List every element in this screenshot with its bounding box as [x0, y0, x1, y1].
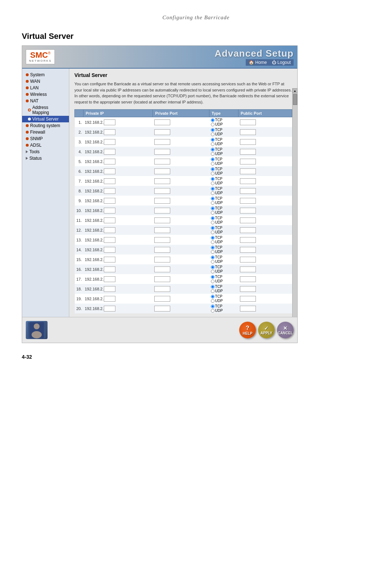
cancel-button[interactable]: ✕ CANCEL	[277, 322, 294, 338]
private-port-input-2[interactable]	[154, 129, 170, 135]
public-port-input-11[interactable]	[240, 217, 256, 223]
tcp-radio-6[interactable]	[211, 167, 215, 171]
tcp-label-4[interactable]: TCP	[211, 147, 237, 151]
udp-label-7[interactable]: UDP	[211, 181, 237, 185]
tcp-radio-13[interactable]	[211, 236, 215, 240]
ip-input-6[interactable]	[104, 168, 115, 174]
ip-input-9[interactable]	[104, 198, 115, 204]
udp-radio-17[interactable]	[211, 280, 215, 283]
udp-label-20[interactable]: UDP	[211, 309, 237, 313]
private-port-input-9[interactable]	[154, 198, 170, 204]
scrollbar[interactable]: ▲	[292, 88, 297, 317]
udp-radio-4[interactable]	[211, 152, 215, 156]
public-port-input-6[interactable]	[240, 168, 256, 174]
udp-radio-3[interactable]	[211, 142, 215, 146]
sidebar-item-status[interactable]: Status	[22, 155, 69, 162]
private-port-input-3[interactable]	[154, 139, 170, 145]
tcp-radio-19[interactable]	[211, 295, 215, 298]
tcp-label-2[interactable]: TCP	[211, 128, 237, 132]
ip-input-7[interactable]	[104, 178, 115, 184]
ip-input-20[interactable]	[104, 306, 115, 312]
logout-link[interactable]: ⏻ Logout	[272, 60, 291, 65]
private-port-input-17[interactable]	[154, 276, 170, 282]
udp-radio-15[interactable]	[211, 260, 215, 264]
tcp-radio-9[interactable]	[211, 197, 215, 200]
sidebar-item-firewall[interactable]: Firewall	[22, 129, 69, 135]
private-port-input-14[interactable]	[154, 247, 170, 253]
private-port-input-4[interactable]	[154, 149, 170, 155]
tcp-radio-17[interactable]	[211, 275, 215, 279]
ip-input-18[interactable]	[104, 286, 115, 292]
scroll-up[interactable]: ▲	[293, 88, 298, 93]
udp-label-14[interactable]: UDP	[211, 250, 237, 254]
public-port-input-12[interactable]	[240, 227, 256, 233]
private-port-input-8[interactable]	[154, 188, 170, 194]
public-port-input-19[interactable]	[240, 296, 256, 302]
tcp-label-6[interactable]: TCP	[211, 167, 237, 171]
public-port-input-10[interactable]	[240, 208, 256, 213]
tcp-label-5[interactable]: TCP	[211, 157, 237, 161]
private-port-input-20[interactable]	[154, 306, 170, 312]
tcp-radio-1[interactable]	[211, 118, 215, 122]
ip-input-17[interactable]	[104, 276, 115, 282]
sidebar-item-system[interactable]: System	[22, 72, 69, 78]
tcp-radio-4[interactable]	[211, 148, 215, 151]
ip-input-10[interactable]	[104, 208, 115, 213]
sidebar-item-routing[interactable]: Routing system	[22, 122, 69, 129]
public-port-input-5[interactable]	[240, 159, 256, 164]
public-port-input-20[interactable]	[240, 306, 256, 312]
public-port-input-17[interactable]	[240, 276, 256, 282]
private-port-input-15[interactable]	[154, 257, 170, 262]
tcp-radio-7[interactable]	[211, 177, 215, 181]
tcp-radio-15[interactable]	[211, 256, 215, 259]
udp-label-2[interactable]: UDP	[211, 132, 237, 136]
public-port-input-13[interactable]	[240, 237, 256, 243]
sidebar-item-adsl[interactable]: ADSL	[22, 142, 69, 148]
udp-radio-5[interactable]	[211, 162, 215, 166]
udp-radio-1[interactable]	[211, 123, 215, 126]
sidebar-item-nat[interactable]: NAT	[22, 98, 69, 104]
udp-radio-18[interactable]	[211, 289, 215, 293]
private-port-input-12[interactable]	[154, 227, 170, 233]
udp-radio-2[interactable]	[211, 133, 215, 136]
public-port-input-15[interactable]	[240, 257, 256, 262]
udp-label-11[interactable]: UDP	[211, 220, 237, 224]
public-port-input-4[interactable]	[240, 149, 256, 155]
ip-input-5[interactable]	[104, 159, 115, 164]
udp-label-8[interactable]: UDP	[211, 191, 237, 195]
ip-input-12[interactable]	[104, 227, 115, 233]
ip-input-14[interactable]	[104, 247, 115, 253]
udp-radio-19[interactable]	[211, 299, 215, 303]
private-port-input-13[interactable]	[154, 237, 170, 243]
tcp-label-14[interactable]: TCP	[211, 245, 237, 249]
udp-label-3[interactable]: UDP	[211, 142, 237, 146]
tcp-label-17[interactable]: TCP	[211, 275, 237, 279]
public-port-input-1[interactable]	[240, 119, 256, 125]
tcp-label-3[interactable]: TCP	[211, 138, 237, 142]
udp-radio-13[interactable]	[211, 240, 215, 244]
udp-label-13[interactable]: UDP	[211, 240, 237, 244]
udp-radio-6[interactable]	[211, 172, 215, 175]
tcp-label-12[interactable]: TCP	[211, 226, 237, 230]
ip-input-4[interactable]	[104, 149, 115, 155]
tcp-radio-12[interactable]	[211, 226, 215, 230]
home-link[interactable]: 🏠 Home	[249, 60, 267, 65]
public-port-input-7[interactable]	[240, 178, 256, 184]
private-port-input-10[interactable]	[154, 208, 170, 213]
ip-input-8[interactable]	[104, 188, 115, 194]
private-port-input-7[interactable]	[154, 178, 170, 184]
public-port-input-16[interactable]	[240, 266, 256, 272]
tcp-label-11[interactable]: TCP	[211, 216, 237, 220]
tcp-label-7[interactable]: TCP	[211, 177, 237, 181]
udp-radio-8[interactable]	[211, 191, 215, 195]
udp-radio-20[interactable]	[211, 309, 215, 313]
tcp-radio-16[interactable]	[211, 265, 215, 269]
tcp-label-8[interactable]: TCP	[211, 187, 237, 191]
udp-label-15[interactable]: UDP	[211, 260, 237, 264]
udp-label-10[interactable]: UDP	[211, 211, 237, 215]
private-port-input-18[interactable]	[154, 286, 170, 292]
public-port-input-9[interactable]	[240, 198, 256, 204]
public-port-input-8[interactable]	[240, 188, 256, 194]
sidebar-item-address-mapping[interactable]: Address Mapping	[22, 104, 69, 116]
ip-input-15[interactable]	[104, 257, 115, 262]
